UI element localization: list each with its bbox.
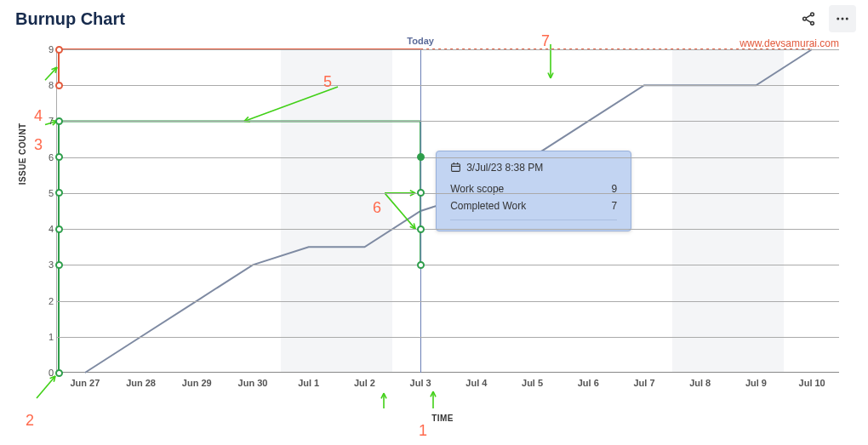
data-marker xyxy=(55,117,63,125)
annotation-3: 3 xyxy=(34,136,43,154)
x-tick: Jul 8 xyxy=(689,378,711,388)
x-tick: Jul 6 xyxy=(578,378,599,388)
gridline xyxy=(57,337,839,338)
x-tick: Jun 29 xyxy=(182,378,212,388)
tooltip-completed-label: Completed Work xyxy=(450,200,526,212)
ellipsis-icon xyxy=(835,11,850,26)
y-tick: 7 xyxy=(42,116,54,126)
svg-line-11 xyxy=(37,376,55,398)
today-line xyxy=(420,49,421,373)
burnup-chart: ISSUE COUNT TIME www.devsamurai.com Toda… xyxy=(0,32,868,445)
annotation-7: 7 xyxy=(541,32,550,50)
data-marker xyxy=(417,189,425,197)
gridline xyxy=(57,229,839,230)
y-tick: 9 xyxy=(42,44,54,54)
data-marker xyxy=(55,46,63,54)
gridline xyxy=(57,193,839,194)
share-icon xyxy=(801,11,816,26)
share-button[interactable] xyxy=(795,5,822,32)
x-axis-label: TIME xyxy=(431,414,454,423)
x-tick: Jul 3 xyxy=(410,378,431,388)
x-tick: Jun 27 xyxy=(70,378,100,388)
annotation-5: 5 xyxy=(323,73,332,91)
y-tick: 3 xyxy=(42,260,54,270)
plot-area[interactable]: www.devsamurai.com Today 3/Jul/23 8:38 P… xyxy=(56,49,839,373)
today-label: Today xyxy=(407,36,434,46)
x-tick: Jul 9 xyxy=(745,378,767,388)
y-tick: 5 xyxy=(42,188,54,198)
x-tick: Jun 28 xyxy=(126,378,156,388)
gridline xyxy=(57,301,839,302)
svg-point-1 xyxy=(803,17,807,20)
data-marker xyxy=(55,189,63,197)
svg-rect-35 xyxy=(452,164,460,172)
y-tick: 0 xyxy=(42,368,54,378)
gridline xyxy=(57,157,839,158)
header-actions xyxy=(795,5,856,32)
gridline xyxy=(57,265,839,265)
data-marker xyxy=(417,153,425,161)
svg-line-3 xyxy=(806,15,811,18)
data-marker xyxy=(55,369,63,377)
svg-line-17 xyxy=(45,67,57,80)
more-button[interactable] xyxy=(829,5,856,32)
svg-point-7 xyxy=(846,18,848,20)
brand-link[interactable]: www.devsamurai.com xyxy=(740,37,839,49)
svg-point-6 xyxy=(842,18,844,20)
gridline xyxy=(57,85,839,86)
x-tick: Jul 4 xyxy=(465,378,487,388)
data-marker xyxy=(55,261,63,269)
y-tick: 6 xyxy=(42,152,54,163)
svg-line-20 xyxy=(244,87,338,121)
data-marker xyxy=(417,261,425,269)
annotation-1: 1 xyxy=(419,422,427,440)
y-axis-label: ISSUE COUNT xyxy=(18,123,27,185)
page-title: Burnup Chart xyxy=(15,9,125,29)
x-tick: Jul 2 xyxy=(354,378,375,388)
gridline xyxy=(57,121,839,122)
annotation-4: 4 xyxy=(34,107,43,125)
annotation-2: 2 xyxy=(26,412,34,430)
svg-point-5 xyxy=(837,18,839,20)
data-marker xyxy=(55,225,63,233)
data-marker xyxy=(417,225,425,233)
data-marker xyxy=(55,153,63,161)
annotation-6: 6 xyxy=(373,199,381,217)
x-tick: Jun 30 xyxy=(238,378,268,388)
data-marker xyxy=(55,82,63,89)
gridline xyxy=(57,49,839,50)
x-tick: Jul 1 xyxy=(298,378,319,388)
x-tick: Jul 7 xyxy=(633,378,654,388)
chart-tooltip: 3/Jul/23 8:38 PM Work scope 9 Completed … xyxy=(436,151,631,231)
y-tick: 4 xyxy=(42,224,54,234)
x-tick: Jul 10 xyxy=(799,378,825,388)
svg-point-2 xyxy=(811,21,814,25)
svg-point-0 xyxy=(811,13,814,16)
calendar-icon xyxy=(450,162,461,173)
tooltip-completed-value: 7 xyxy=(611,200,617,212)
tooltip-date: 3/Jul/23 8:38 PM xyxy=(466,162,543,174)
y-tick: 2 xyxy=(42,296,54,306)
y-tick: 1 xyxy=(42,332,54,342)
svg-line-4 xyxy=(806,20,811,22)
y-tick: 8 xyxy=(42,80,54,90)
x-tick: Jul 5 xyxy=(522,378,543,388)
